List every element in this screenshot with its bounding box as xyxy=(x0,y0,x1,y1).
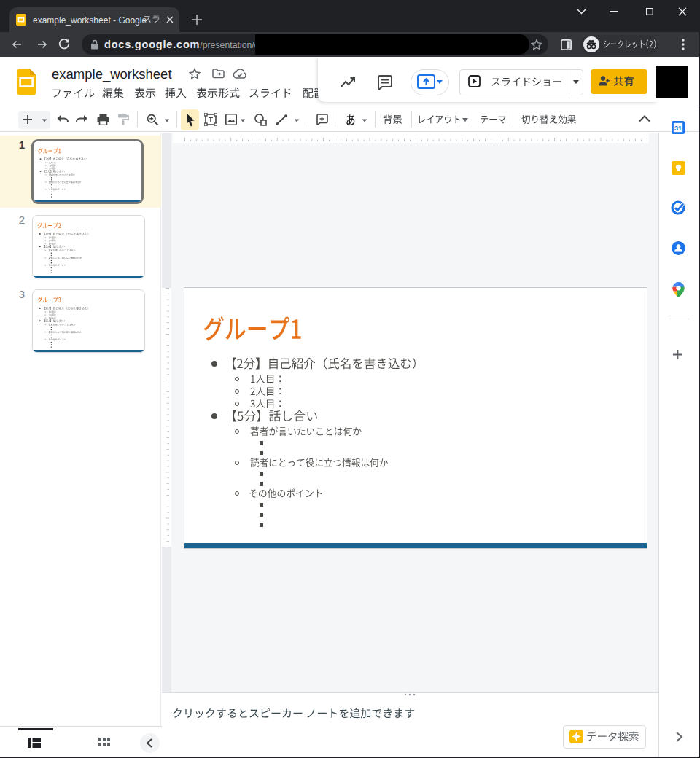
svg-text:31: 31 xyxy=(674,125,682,132)
